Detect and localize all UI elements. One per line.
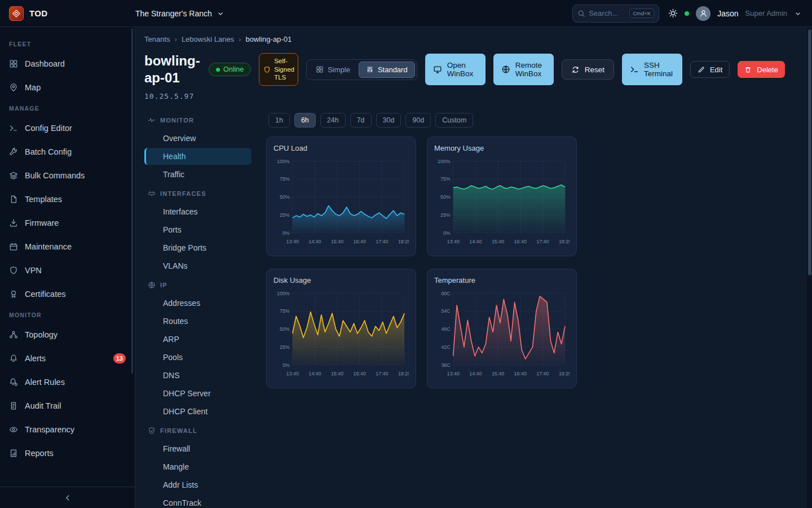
time-range-90d[interactable]: 90d	[405, 113, 431, 128]
user-menu-button[interactable]	[794, 10, 802, 17]
sidebar-item-vpn[interactable]: VPN	[0, 259, 135, 282]
sidebar-item-firmware[interactable]: Firmware	[0, 211, 135, 235]
sidebar-item-label: Topology	[25, 330, 58, 339]
device-nav-item-vlans[interactable]: VLANs	[144, 257, 251, 274]
sidebar-item-label: Batch Config	[25, 147, 72, 156]
tenant-selector[interactable]: The Stranger's Ranch	[135, 9, 224, 18]
device-nav-item-health[interactable]: Health	[144, 148, 251, 165]
shield-icon	[9, 266, 18, 275]
breadcrumb-separator: ›	[239, 35, 241, 43]
chart-card-disk-usage: Disk Usage100%75%50%25%0%13:4014:4015:40…	[266, 269, 416, 388]
sidebar-item-certificates[interactable]: Certificates	[0, 282, 135, 306]
device-nav-item-interfaces[interactable]: Interfaces	[144, 203, 251, 220]
device-nav-item-dhcp-server[interactable]: DHCP Server	[144, 385, 251, 402]
device-nav: MONITOROverviewHealthTrafficINTERFACESIn…	[144, 111, 251, 508]
sidebar-item-alerts[interactable]: Alerts13	[0, 347, 135, 370]
device-nav-item-mangle[interactable]: Mangle	[144, 458, 251, 475]
device-nav-item-addresses[interactable]: Addresses	[144, 295, 251, 312]
svg-text:19:25: 19:25	[398, 239, 409, 244]
globe-icon	[148, 281, 156, 289]
edit-label: Edit	[710, 65, 722, 74]
svg-text:17:40: 17:40	[536, 371, 549, 376]
user-name: Jason	[717, 9, 738, 18]
svg-text:19:25: 19:25	[559, 239, 570, 244]
time-range-30d[interactable]: 30d	[376, 113, 401, 128]
main-scrollbar-thumb[interactable]	[808, 29, 811, 275]
refresh-icon	[571, 65, 580, 74]
svg-text:13:40: 13:40	[286, 239, 299, 244]
delete-button[interactable]: Delete	[738, 61, 785, 78]
breadcrumb-item-lebowski-lanes[interactable]: Lebowski Lanes	[182, 35, 234, 43]
chart-plot: 100%75%50%25%0%13:4014:4015:4016:4017:40…	[273, 155, 409, 249]
remote-winbox-label: Remote WinBox	[515, 61, 547, 78]
time-range-custom[interactable]: Custom	[435, 113, 473, 128]
time-range-6h[interactable]: 6h	[294, 113, 316, 128]
remote-winbox-button[interactable]: Remote WinBox	[493, 54, 554, 85]
sidebar-item-alert-rules[interactable]: Alert Rules	[0, 370, 135, 394]
sidebar-item-batch-config[interactable]: Batch Config	[0, 140, 135, 164]
tls-warning-label: Self-Signed TLS	[274, 57, 294, 82]
mode-standard-button[interactable]: Standard	[359, 62, 415, 78]
sidebar-item-transparency[interactable]: Transparency	[0, 418, 135, 441]
sidebar-item-templates[interactable]: Templates	[0, 187, 135, 211]
eye-icon	[9, 425, 18, 434]
chevron-down-icon	[794, 10, 802, 17]
sidebar-scrollbar[interactable]	[131, 28, 133, 374]
reset-button[interactable]: Reset	[562, 59, 614, 80]
chart-title: CPU Load	[273, 144, 409, 152]
svg-text:16:40: 16:40	[354, 371, 366, 376]
svg-text:54C: 54C	[441, 308, 451, 314]
device-nav-item-overview[interactable]: Overview	[144, 130, 251, 147]
svg-text:60C: 60C	[441, 291, 451, 296]
map-pin-icon	[9, 83, 18, 92]
open-winbox-button[interactable]: Open WinBox	[425, 54, 486, 85]
chart-card-memory-usage: Memory Usage100%75%50%25%0%13:4014:4015:…	[427, 137, 577, 256]
brand: TOD	[0, 6, 135, 21]
search-box[interactable]: Cmd+K	[572, 5, 659, 23]
ssh-terminal-button[interactable]: SSH Terminal	[622, 54, 682, 85]
device-nav-item-bridge-ports[interactable]: Bridge Ports	[144, 239, 251, 256]
search-input[interactable]	[589, 9, 626, 17]
sidebar-item-dashboard[interactable]: Dashboard	[0, 52, 135, 76]
sidebar-item-bulk-commands[interactable]: Bulk Commands	[0, 164, 135, 187]
monitor-icon	[433, 65, 442, 74]
device-nav-item-traffic[interactable]: Traffic	[144, 166, 251, 183]
device-nav-item-firewall[interactable]: Firewall	[144, 440, 251, 457]
pulse-icon	[148, 116, 156, 124]
svg-text:25%: 25%	[280, 344, 290, 350]
file-icon	[9, 195, 18, 204]
svg-text:13:40: 13:40	[447, 371, 460, 376]
edit-button[interactable]: Edit	[690, 61, 730, 78]
device-nav-item-dns[interactable]: DNS	[144, 367, 251, 384]
device-nav-item-pools[interactable]: Pools	[144, 349, 251, 366]
theme-toggle-button[interactable]	[668, 8, 678, 18]
device-nav-item-ports[interactable]: Ports	[144, 221, 251, 238]
sidebar-item-config-editor[interactable]: Config Editor	[0, 116, 135, 140]
svg-text:100%: 100%	[277, 159, 290, 164]
avatar[interactable]	[696, 6, 710, 21]
device-nav-item-conntrack[interactable]: ConnTrack	[144, 494, 251, 508]
svg-text:14:40: 14:40	[469, 371, 482, 376]
breadcrumb-item-tenants[interactable]: Tenants	[144, 35, 170, 43]
sidebar-item-maintenance[interactable]: Maintenance	[0, 235, 135, 259]
pencil-icon	[698, 66, 705, 73]
wrench-icon	[9, 147, 18, 156]
device-nav-item-dhcp-client[interactable]: DHCP Client	[144, 403, 251, 420]
sidebar-collapse-button[interactable]	[63, 493, 72, 502]
sidebar-item-map[interactable]: Map	[0, 76, 135, 99]
sidebar-item-audit-trail[interactable]: Audit Trail	[0, 394, 135, 418]
reset-label: Reset	[585, 65, 604, 74]
mode-simple-button[interactable]: Simple	[308, 62, 358, 78]
topology-icon	[9, 330, 18, 339]
time-range-1h[interactable]: 1h	[268, 113, 290, 128]
sidebar-item-reports[interactable]: Reports	[0, 441, 135, 465]
device-nav-item-addr-lists[interactable]: Addr Lists	[144, 476, 251, 493]
device-nav-item-arp[interactable]: ARP	[144, 331, 251, 348]
breadcrumb-separator: ›	[175, 35, 177, 43]
sidebar-item-topology[interactable]: Topology	[0, 323, 135, 347]
time-range-24h[interactable]: 24h	[320, 113, 346, 128]
device-nav-item-routes[interactable]: Routes	[144, 313, 251, 330]
svg-text:0%: 0%	[283, 230, 290, 236]
app-name: TOD	[29, 8, 48, 18]
time-range-7d[interactable]: 7d	[350, 113, 372, 128]
